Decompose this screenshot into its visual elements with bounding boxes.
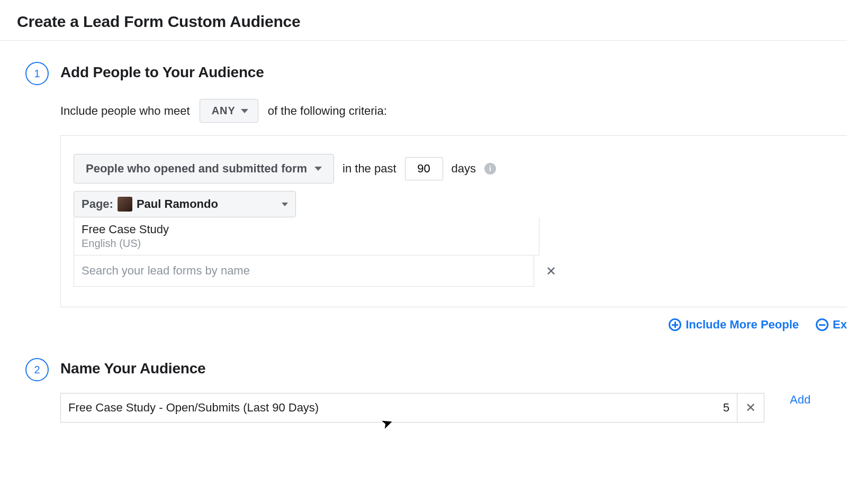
engagement-type-dropdown[interactable]: People who opened and submitted form xyxy=(74,154,334,184)
page-name: Paul Ramondo xyxy=(137,197,218,211)
section-add-people: 1 Add People to Your Audience Include pe… xyxy=(0,41,847,332)
past-prefix-text: in the past xyxy=(343,162,397,176)
days-label: days xyxy=(452,162,476,176)
include-more-label: Include More People xyxy=(686,318,799,332)
step-number-1: 1 xyxy=(25,62,49,85)
exclude-people-button[interactable]: Ex xyxy=(816,318,847,332)
page-title: Create a Lead Form Custom Audience xyxy=(0,0,847,40)
chevron-down-icon xyxy=(314,167,322,171)
clear-name-button[interactable]: ✕ xyxy=(737,393,764,423)
lead-form-search-input[interactable] xyxy=(74,255,534,287)
section-name-audience: 2 Name Your Audience 5 ✕ Add xyxy=(0,332,847,423)
lead-form-locale: English (US) xyxy=(82,237,530,250)
section-heading-add-people: Add People to Your Audience xyxy=(60,62,847,81)
info-icon[interactable]: i xyxy=(484,163,496,175)
include-more-people-button[interactable]: Include More People xyxy=(669,318,799,332)
chevron-down-icon xyxy=(282,203,288,206)
minus-circle-icon xyxy=(816,318,828,331)
add-description-label: Add xyxy=(790,393,810,407)
add-description-link[interactable]: Add xyxy=(790,377,810,423)
page-dropdown[interactable]: Page: Paul Ramondo xyxy=(74,191,296,217)
include-prefix-text: Include people who meet xyxy=(60,104,190,118)
exclude-label: Ex xyxy=(833,318,847,332)
selected-lead-form[interactable]: Free Case Study English (US) xyxy=(74,217,539,255)
criteria-box: People who opened and submitted form in … xyxy=(60,135,847,307)
audience-name-input[interactable] xyxy=(60,393,719,423)
engagement-type-label: People who opened and submitted form xyxy=(86,162,307,176)
section-heading-name-audience: Name Your Audience xyxy=(60,358,205,377)
char-remaining: 5 xyxy=(719,393,737,423)
page-prefix-label: Page: xyxy=(82,197,113,211)
close-icon: ✕ xyxy=(745,400,756,415)
chevron-down-icon xyxy=(241,109,248,113)
avatar xyxy=(118,197,132,212)
lead-form-name: Free Case Study xyxy=(82,223,530,236)
match-mode-label: ANY xyxy=(212,105,236,117)
match-mode-dropdown[interactable]: ANY xyxy=(200,99,258,123)
include-suffix-text: of the following criteria: xyxy=(268,104,387,118)
close-icon[interactable]: ✕ xyxy=(546,264,556,279)
plus-circle-icon xyxy=(669,318,681,331)
days-input[interactable] xyxy=(405,157,443,180)
step-number-2: 2 xyxy=(25,358,49,381)
